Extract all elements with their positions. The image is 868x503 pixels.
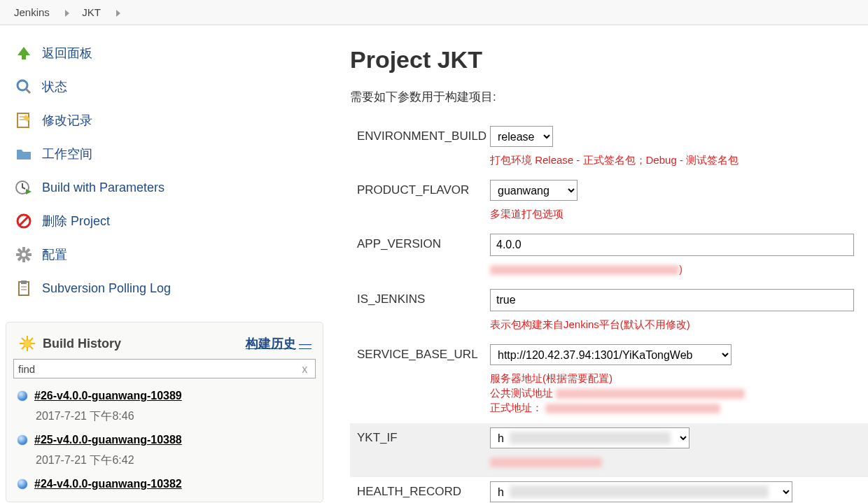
- up-arrow-icon: [14, 43, 34, 63]
- folder-icon: [14, 144, 34, 164]
- sidebar-item-changes[interactable]: 修改记录: [8, 104, 329, 137]
- clipboard-icon: [14, 278, 34, 298]
- sidebar-item-workspace[interactable]: 工作空间: [8, 137, 329, 171]
- side-menu: 返回面板 状态 修改记录 工作空间 Build with Parameters …: [0, 32, 329, 322]
- build-time: 2017-7-21 下午6:42: [36, 453, 317, 468]
- sidebar-item-configure[interactable]: 配置: [8, 238, 329, 271]
- build-link[interactable]: #25-v4.0.0-guanwang-10388: [34, 434, 182, 446]
- clear-icon[interactable]: x: [302, 363, 307, 375]
- version-input[interactable]: [490, 234, 854, 256]
- sun-icon: [18, 334, 37, 353]
- history-search-input[interactable]: [13, 359, 316, 378]
- param-help: [490, 454, 868, 469]
- build-time: 2017-7-21 下午8:46: [36, 409, 317, 424]
- page-title: Project JKT: [350, 46, 868, 89]
- param-help: 打包环境 Release - 正式签名包；Debug - 测试签名包: [490, 153, 868, 167]
- param-label: ENVIRONMENT_BUILD: [350, 126, 490, 143]
- param-row-health: HEALTH_RECORD h: [350, 477, 868, 503]
- sidebar-item-delete[interactable]: 删除 Project: [8, 204, 329, 238]
- notepad-icon: [14, 111, 34, 130]
- no-entry-icon: [14, 211, 34, 231]
- breadcrumb-project[interactable]: JKT: [82, 6, 100, 18]
- build-link[interactable]: #26-v4.0.0-guanwang-10389: [34, 390, 182, 402]
- param-help: 多渠道打包选项: [490, 206, 868, 221]
- build-row: #25-v4.0.0-guanwang-10388 2017-7-21 下午6:…: [6, 428, 323, 472]
- sidebar-item-build-params[interactable]: Build with Parameters: [8, 171, 329, 204]
- param-help: ): [490, 262, 868, 276]
- flavor-select[interactable]: guanwang: [490, 180, 578, 201]
- sidebar-item-status[interactable]: 状态: [8, 70, 329, 104]
- params-intro: 需要如下参数用于构建项目:: [350, 89, 868, 122]
- param-label: APP_VERSION: [350, 234, 490, 251]
- param-label: HEALTH_RECORD: [350, 481, 490, 499]
- param-help: 服务器地址(根据需要配置) 公共测试地址 正式地址：: [490, 371, 868, 415]
- sidebar-item-label[interactable]: 配置: [42, 246, 67, 263]
- build-link[interactable]: #24-v4.0.0-guanwang-10382: [34, 478, 182, 490]
- build-history-panel: Build History 构建历史— x #26-v4.0.0-guanwan…: [6, 322, 323, 502]
- gear-icon: [14, 245, 34, 264]
- param-row-version: APP_VERSION ): [350, 229, 868, 285]
- svg-point-0: [18, 80, 27, 90]
- build-row: #24-v4.0.0-guanwang-10382: [6, 472, 323, 492]
- param-label: YKT_IF: [350, 427, 490, 445]
- param-row-flavor: PRODUCT_FLAVOR guanwang 多渠道打包选项: [350, 176, 868, 229]
- param-label: SERVICE_BASE_URL: [350, 344, 490, 362]
- svg-point-23: [24, 340, 31, 347]
- sidebar-item-label[interactable]: 返回面板: [42, 45, 92, 62]
- env-select[interactable]: release: [490, 126, 553, 147]
- history-trend-link[interactable]: 构建历史—: [246, 335, 312, 352]
- sidebar-item-svn-log[interactable]: Subversion Polling Log: [8, 271, 329, 305]
- sidebar-item-label[interactable]: 状态: [42, 78, 67, 95]
- sidebar-item-label[interactable]: Build with Parameters: [42, 180, 164, 195]
- clock-play-icon: [14, 178, 34, 197]
- build-status-icon: [18, 479, 27, 489]
- param-row-ykt: YKT_IF h: [350, 423, 868, 477]
- param-label: IS_JENKINS: [350, 289, 490, 306]
- sidebar-item-label[interactable]: 工作空间: [42, 146, 92, 162]
- svg-point-13: [22, 253, 26, 257]
- breadcrumb-root[interactable]: Jenkins: [14, 6, 50, 18]
- search-icon: [14, 77, 34, 97]
- param-row-isjenkins: IS_JENKINS 表示包构建来自Jenkins平台(默认不用修改): [350, 285, 868, 340]
- isjenkins-input[interactable]: [490, 289, 854, 311]
- sidebar-item-label[interactable]: 删除 Project: [42, 213, 110, 229]
- build-status-icon: [18, 391, 27, 401]
- history-title: Build History: [43, 336, 246, 351]
- build-row: #26-v4.0.0-guanwang-10389 2017-7-21 下午8:…: [6, 384, 323, 428]
- sidebar-item-label[interactable]: Subversion Polling Log: [42, 281, 171, 296]
- svg-line-1: [26, 89, 30, 93]
- param-label: PRODUCT_FLAVOR: [350, 180, 490, 197]
- svg-rect-15: [21, 281, 27, 284]
- build-status-icon: [18, 435, 27, 445]
- param-row-env: ENVIRONMENT_BUILD release 打包环境 Release -…: [350, 122, 868, 176]
- breadcrumb: Jenkins JKT: [0, 0, 868, 25]
- chevron-right-icon: [116, 10, 120, 17]
- param-help: 表示包构建来自Jenkins平台(默认不用修改): [490, 317, 868, 332]
- url-select[interactable]: http://120.42.37.94:1301/YiKaTongWeb: [490, 344, 732, 365]
- svg-line-7: [20, 217, 28, 225]
- chevron-right-icon: [65, 10, 69, 17]
- sidebar-item-label[interactable]: 修改记录: [42, 112, 92, 129]
- param-row-url: SERVICE_BASE_URL http://120.42.37.94:130…: [350, 340, 868, 423]
- sidebar-item-dashboard[interactable]: 返回面板: [8, 36, 329, 70]
